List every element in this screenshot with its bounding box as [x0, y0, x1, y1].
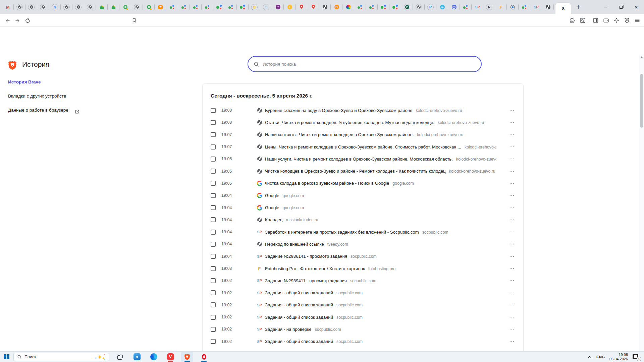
row-title-link[interactable]: Задание №2936141 - просмотр задания [265, 254, 347, 259]
notification-center-button[interactable]: 1 [633, 354, 639, 360]
history-row[interactable]: 19:03 F Fotohosting.Pro - Фотохостинг / … [203, 262, 523, 275]
page-scrollbar[interactable] [639, 54, 644, 351]
row-title-link[interactable]: Задания - общий список заданий [265, 302, 333, 307]
row-checkbox[interactable] [211, 132, 216, 137]
pinned-tab[interactable] [260, 0, 272, 14]
taskbar-app-brave[interactable] [181, 352, 193, 362]
row-title-link[interactable]: Бурение скважин на воду в Орехово-Зуево … [265, 108, 412, 113]
history-row[interactable]: 19:04 SP Заработок в интернете на просты… [203, 226, 523, 238]
history-row[interactable]: 19:02 SP Задания - общий список заданий … [203, 299, 523, 311]
history-row[interactable]: 19:04 Google google.com ⋯ [203, 201, 523, 214]
sidebar-item-2[interactable]: Данные о работе в браузере [8, 107, 85, 113]
row-checkbox[interactable] [211, 230, 216, 235]
pinned-tab[interactable] [190, 0, 202, 14]
pinned-tab[interactable] [225, 0, 237, 14]
row-checkbox[interactable] [211, 169, 216, 174]
row-more-actions-button[interactable]: ⋯ [508, 313, 516, 321]
row-checkbox[interactable] [211, 290, 216, 295]
taskbar-app-opera[interactable] [198, 352, 210, 362]
back-button[interactable] [3, 16, 11, 24]
row-checkbox[interactable] [211, 278, 216, 283]
new-tab-button[interactable]: + [574, 2, 583, 12]
row-checkbox[interactable] [211, 266, 216, 271]
row-title-link[interactable]: Колодец [265, 217, 282, 222]
row-title-link[interactable]: Задания - общий список заданий [265, 339, 333, 344]
history-row[interactable]: 19:05 Чистка колодцев в Орехово-Зуево и … [203, 165, 523, 177]
row-more-actions-button[interactable]: ⋯ [508, 338, 516, 346]
active-tab[interactable]: X [555, 3, 571, 14]
row-title-link[interactable]: Статьи. Чистка и ремонт колодцев. Углубл… [265, 120, 434, 125]
row-more-actions-button[interactable]: ⋯ [508, 167, 516, 175]
row-checkbox[interactable] [211, 217, 216, 222]
pinned-tab[interactable]: ➤ [284, 0, 296, 14]
pinned-tab[interactable] [25, 0, 37, 14]
history-row[interactable]: 19:02 SP Задания - на проверке socpublic… [203, 323, 523, 335]
row-title-link[interactable]: Чистка колодцев в Орехово-Зуево и районе… [265, 169, 446, 174]
row-checkbox[interactable] [211, 254, 216, 259]
history-row[interactable]: 19:07 Наши контакты. Чистка и ремонт кол… [203, 129, 523, 141]
row-more-actions-button[interactable]: ⋯ [508, 289, 516, 297]
sidebar-item-1[interactable]: Вкладки с других устройств [8, 93, 85, 99]
history-search-input[interactable] [263, 62, 476, 67]
pinned-tab[interactable] [389, 0, 401, 14]
pinned-tab[interactable] [319, 0, 331, 14]
pinned-tab[interactable] [378, 0, 389, 14]
pinned-tab[interactable]: R [483, 0, 495, 14]
scroll-up-arrow-icon[interactable] [640, 56, 643, 58]
pinned-tab[interactable] [542, 0, 554, 14]
extensions-button[interactable] [568, 16, 576, 24]
pinned-tab[interactable] [202, 0, 213, 14]
pinned-tab[interactable] [155, 0, 166, 14]
row-more-actions-button[interactable]: ⋯ [508, 131, 516, 139]
search-tabs-button[interactable] [579, 16, 587, 24]
row-more-actions-button[interactable]: ⋯ [508, 155, 516, 163]
row-title-link[interactable]: Fotohosting.Pro - Фотохостинг / Хостинг … [265, 266, 365, 271]
row-title-link[interactable]: Заработок в интернете на простых задания… [265, 230, 419, 235]
row-more-actions-button[interactable]: ⋯ [508, 191, 516, 199]
row-checkbox[interactable] [211, 327, 216, 332]
bookmark-button[interactable] [130, 16, 138, 24]
pinned-tab[interactable]: P [425, 0, 436, 14]
history-row[interactable]: 19:02 SP Задания - общий список заданий … [203, 287, 523, 299]
row-more-actions-button[interactable]: ⋯ [508, 325, 516, 333]
history-row[interactable]: 19:02 SP Задание №2939411 - просмотр зад… [203, 275, 523, 287]
pinned-tab[interactable]: lab [436, 0, 448, 14]
row-more-actions-button[interactable]: ⋯ [508, 106, 516, 114]
reload-button[interactable] [23, 16, 32, 24]
pinned-tab[interactable] [131, 0, 143, 14]
pinned-tab[interactable] [448, 0, 460, 14]
forward-button[interactable] [13, 16, 21, 24]
pinned-tab[interactable]: F [495, 0, 507, 14]
history-row[interactable]: 19:05 чистка колодца в орехово зуевском … [203, 177, 523, 189]
row-more-actions-button[interactable]: ⋯ [508, 216, 516, 224]
row-checkbox[interactable] [211, 120, 216, 125]
row-checkbox[interactable] [211, 181, 216, 186]
start-button[interactable] [0, 352, 13, 362]
menu-button[interactable] [633, 16, 641, 24]
history-row[interactable]: 19:07 Цены. Чистка и ремонт колодцев в О… [203, 141, 523, 153]
history-row[interactable]: 19:04 Колодец russiankolodec.ru ⋯ [203, 214, 523, 226]
row-title-link[interactable]: чистка колодца в орехово зуевском районе… [265, 181, 389, 186]
pinned-tab[interactable]: N [49, 0, 61, 14]
pinned-tab[interactable] [72, 0, 84, 14]
row-more-actions-button[interactable]: ⋯ [508, 264, 516, 273]
history-row[interactable]: 19:04 Переход по внешней ссылке tveedy.c… [203, 238, 523, 250]
pinned-tab[interactable]: SP [530, 0, 542, 14]
row-more-actions-button[interactable]: ⋯ [508, 301, 516, 309]
pinned-tab[interactable] [178, 0, 190, 14]
pinned-tab[interactable] [296, 0, 307, 14]
close-button[interactable]: × [629, 0, 644, 14]
pinned-tab[interactable] [166, 0, 178, 14]
row-title-link[interactable]: Переход по внешней ссылке [265, 242, 324, 247]
history-row[interactable]: 19:05 Наши услуги. Чистка и ремонт колод… [203, 153, 523, 165]
history-row[interactable]: 19:08 Статьи. Чистка и ремонт колодцев. … [203, 116, 523, 128]
leo-ai-button[interactable] [612, 16, 621, 24]
row-title-link[interactable]: Google [265, 193, 279, 198]
pinned-tab[interactable]: F [401, 0, 413, 14]
pinned-tab[interactable] [213, 0, 225, 14]
pinned-tab[interactable] [366, 0, 378, 14]
pinned-tab[interactable]: M [2, 0, 14, 14]
row-checkbox[interactable] [211, 315, 216, 320]
pinned-tab[interactable]: B [331, 0, 342, 14]
row-checkbox[interactable] [211, 157, 216, 162]
